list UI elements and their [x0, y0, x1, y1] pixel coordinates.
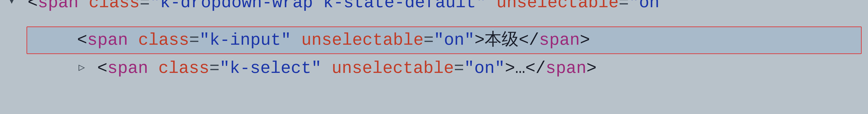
attr-val: "k-input": [199, 28, 291, 52]
equals: =: [424, 28, 434, 52]
code-line-sibling[interactable]: ▷ <span class="k-select" unselectable="o…: [6, 56, 868, 80]
attr-name: unselectable: [332, 56, 454, 80]
angle-close: >: [505, 56, 515, 80]
text-content: 本级: [485, 28, 519, 52]
equals: =: [140, 0, 150, 14]
html-tag: span: [87, 28, 128, 52]
equals: =: [189, 28, 199, 52]
attr-name: class: [89, 0, 140, 14]
angle-close: >: [586, 56, 596, 80]
angle-close: >: [474, 28, 485, 52]
angle-open: <: [97, 56, 107, 80]
attr-val: "k-dropdown-wrap k-state-default": [150, 0, 486, 14]
devtools-code-panel: ▾ <span class="k-dropdown-wrap k-state-d…: [0, 0, 868, 80]
attr-val: "on": [464, 56, 505, 80]
html-tag: span: [107, 56, 148, 80]
angle-open: </: [525, 56, 546, 80]
html-tag: span: [38, 0, 79, 14]
code-line-selected[interactable]: <span class="k-input" unselectable="on">…: [27, 27, 862, 54]
html-tag-close: span: [539, 28, 580, 52]
equals: =: [209, 56, 219, 80]
angle-open: </: [519, 28, 539, 52]
angle-open: <: [77, 28, 87, 52]
expand-arrow-icon[interactable]: ▷: [76, 61, 87, 75]
angle-open: <: [28, 0, 38, 14]
angle-close: >: [580, 28, 590, 52]
ellipsis-icon[interactable]: …: [515, 56, 525, 80]
html-tag-close: span: [546, 56, 586, 80]
code-line-parent[interactable]: ▾ <span class="k-dropdown-wrap k-state-d…: [6, 0, 868, 15]
attr-val: "on": [434, 28, 474, 52]
attr-name: unselectable: [496, 0, 619, 14]
attr-val: "k-select": [219, 56, 321, 80]
attr-name: unselectable: [301, 28, 424, 52]
attr-name: class: [158, 56, 209, 80]
collapse-arrow-icon[interactable]: ▾: [6, 0, 17, 9]
equals: =: [454, 56, 464, 80]
equals: =: [619, 0, 629, 14]
attr-val-partial: "on: [629, 0, 659, 14]
attr-name: class: [138, 28, 189, 52]
